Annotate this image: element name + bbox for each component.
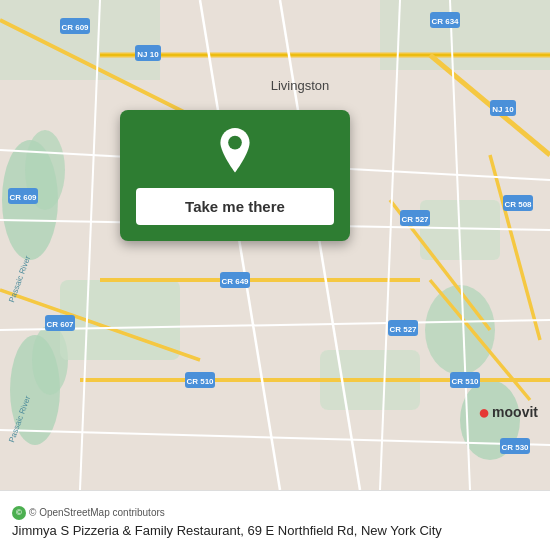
svg-text:NJ 10: NJ 10 [137,50,159,59]
bottom-bar: © © OpenStreetMap contributors Jimmya S … [0,490,550,550]
svg-rect-10 [0,0,160,80]
overlay-card: Take me there [120,110,350,241]
svg-text:CR 527: CR 527 [401,215,429,224]
svg-text:CR 530: CR 530 [501,443,529,452]
svg-text:CR 607: CR 607 [46,320,74,329]
svg-rect-11 [380,0,550,70]
take-me-there-button[interactable]: Take me there [136,188,334,225]
location-pin-icon [211,128,259,176]
osm-attribution-text: © OpenStreetMap contributors [29,507,165,518]
svg-text:NJ 10: NJ 10 [492,105,514,114]
svg-text:CR 609: CR 609 [61,23,89,32]
svg-text:CR 649: CR 649 [221,277,249,286]
svg-point-60 [228,136,242,150]
moovit-logo: ● moovit [478,402,538,422]
osm-logo-icon: © [12,506,26,520]
svg-text:CR 527: CR 527 [389,325,417,334]
svg-text:CR 510: CR 510 [451,377,479,386]
svg-text:CR 508: CR 508 [504,200,532,209]
place-name: Jimmya S Pizzeria & Family Restaurant, 6… [12,523,538,538]
moovit-dot-icon: ● [478,402,490,422]
map-container: CR 609 CR 634 NJ 10 NJ 10 CR 609 Livings… [0,0,550,490]
osm-attribution: © © OpenStreetMap contributors [12,506,538,520]
svg-text:Livingston: Livingston [271,78,330,93]
moovit-brand-text: moovit [492,404,538,420]
svg-text:CR 510: CR 510 [186,377,214,386]
svg-point-5 [425,285,495,375]
svg-text:CR 609: CR 609 [9,193,37,202]
map-background: CR 609 CR 634 NJ 10 NJ 10 CR 609 Livings… [0,0,550,490]
svg-text:CR 634: CR 634 [431,17,459,26]
